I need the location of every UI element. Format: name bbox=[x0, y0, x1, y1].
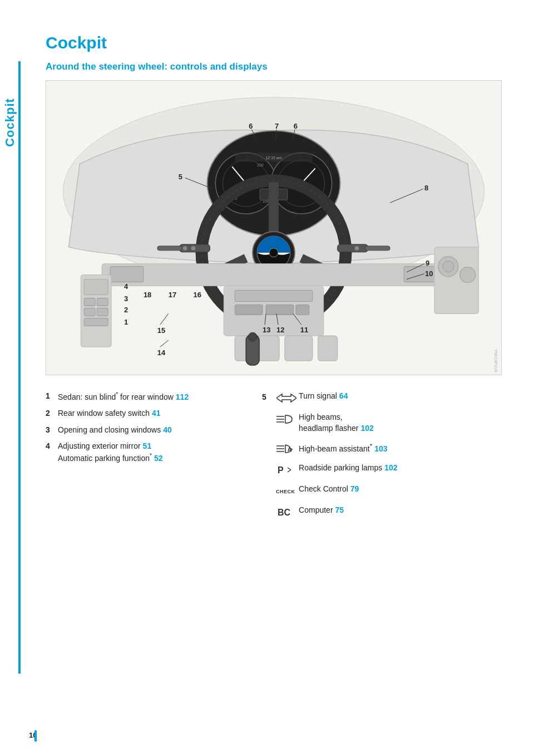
svg-text:2: 2 bbox=[124, 306, 128, 314]
svg-text:5: 5 bbox=[179, 173, 182, 181]
svg-text:7: 7 bbox=[275, 122, 279, 130]
item-description: Computer75 bbox=[299, 505, 502, 516]
item-description: Turn signal64 bbox=[299, 391, 502, 402]
section-title: Around the steering wheel: controls and … bbox=[46, 61, 512, 72]
svg-text:10: 10 bbox=[425, 269, 433, 278]
svg-rect-45 bbox=[296, 305, 309, 315]
svg-rect-39 bbox=[110, 267, 144, 282]
item-description: Rear window safety switch41 bbox=[58, 408, 245, 419]
right-list-item: BC Computer75 bbox=[262, 505, 502, 518]
svg-text:BC: BC bbox=[278, 508, 291, 517]
list-item: 2 Rear window safety switch41 bbox=[46, 408, 245, 419]
item-number: 4 bbox=[46, 441, 58, 452]
svg-point-20 bbox=[269, 248, 278, 257]
svg-point-61 bbox=[248, 332, 257, 341]
svg-text:4: 4 bbox=[124, 282, 128, 291]
svg-line-102 bbox=[288, 468, 291, 470]
item-number: 3 bbox=[46, 425, 58, 436]
svg-rect-51 bbox=[97, 308, 108, 316]
watermark: YNKC3P1US bbox=[494, 349, 498, 372]
svg-rect-47 bbox=[84, 279, 108, 295]
right-list-item: P Roadside parking lamps102 bbox=[262, 463, 502, 476]
svg-text:6: 6 bbox=[249, 122, 253, 130]
item-description: Check Control79 bbox=[299, 484, 502, 495]
svg-rect-38 bbox=[102, 264, 446, 286]
page-number-bar bbox=[34, 730, 37, 742]
cockpit-diagram: 0 100 200 134 bbox=[46, 80, 502, 375]
item-number-blank bbox=[262, 484, 274, 496]
parking-lamps-icon: P bbox=[274, 463, 299, 476]
item-number: 1 bbox=[46, 391, 58, 402]
right-list-item: 5 Turn signal64 bbox=[262, 391, 502, 404]
svg-text:18: 18 bbox=[144, 291, 151, 299]
svg-point-55 bbox=[443, 261, 454, 272]
sidebar-accent-bar bbox=[18, 61, 21, 674]
svg-text:200: 200 bbox=[257, 163, 264, 167]
svg-text:13: 13 bbox=[263, 326, 270, 334]
svg-text:P: P bbox=[278, 465, 284, 475]
svg-text:15: 15 bbox=[157, 326, 165, 335]
right-list-item: A High-beam assistant*103 bbox=[262, 441, 502, 455]
svg-rect-48 bbox=[84, 298, 95, 306]
svg-rect-44 bbox=[266, 305, 294, 315]
left-items: 1 Sedan: sun blind* for rear window112 2… bbox=[46, 389, 245, 526]
svg-text:A: A bbox=[288, 446, 291, 453]
item-number: 2 bbox=[46, 408, 58, 419]
list-item: 1 Sedan: sun blind* for rear window112 bbox=[46, 391, 245, 402]
svg-text:6: 6 bbox=[294, 122, 298, 130]
svg-marker-93 bbox=[276, 394, 296, 402]
list-item: 3 Opening and closing windows40 bbox=[46, 425, 245, 436]
check-control-icon: CHECK bbox=[274, 484, 299, 497]
svg-text:16: 16 bbox=[194, 291, 201, 299]
right-list-item: CHECK Check Control79 bbox=[262, 484, 502, 497]
sidebar-label: Cockpit bbox=[0, 67, 20, 178]
svg-text:11: 11 bbox=[300, 326, 308, 334]
right-list-item: High beams,headlamp flasher102 bbox=[262, 412, 502, 434]
svg-rect-26 bbox=[338, 244, 368, 252]
svg-point-25 bbox=[191, 246, 196, 251]
svg-text:CHECK: CHECK bbox=[276, 489, 295, 494]
svg-point-56 bbox=[460, 267, 476, 283]
svg-text:17: 17 bbox=[169, 291, 176, 299]
svg-text:8: 8 bbox=[424, 184, 428, 192]
svg-text:12:15 am: 12:15 am bbox=[265, 156, 281, 160]
svg-rect-23 bbox=[157, 246, 182, 251]
svg-rect-58 bbox=[285, 336, 313, 361]
item-description: Adjusting exterior mirror51 Automatic pa… bbox=[58, 441, 245, 464]
svg-text:1: 1 bbox=[124, 318, 128, 326]
right-items: 5 Turn signal64 bbox=[262, 389, 502, 526]
svg-line-103 bbox=[288, 470, 291, 472]
svg-rect-50 bbox=[84, 308, 95, 316]
svg-text:14: 14 bbox=[157, 348, 166, 357]
svg-rect-52 bbox=[84, 318, 108, 326]
item-number-blank bbox=[262, 412, 274, 424]
item-description: Opening and closing windows40 bbox=[58, 425, 245, 436]
turn-signal-icon bbox=[274, 391, 299, 404]
item-number-blank bbox=[262, 441, 274, 454]
bc-computer-icon: BC bbox=[274, 505, 299, 518]
item-number-blank bbox=[262, 505, 274, 517]
svg-rect-49 bbox=[97, 298, 108, 306]
page-title: Cockpit bbox=[46, 33, 512, 52]
svg-rect-43 bbox=[235, 305, 263, 315]
svg-text:3: 3 bbox=[124, 294, 128, 303]
svg-point-28 bbox=[354, 246, 359, 251]
item-description: High beams,headlamp flasher102 bbox=[299, 412, 502, 434]
item-description: High-beam assistant*103 bbox=[299, 441, 502, 454]
svg-rect-42 bbox=[235, 291, 312, 302]
highbeam-icon bbox=[274, 412, 299, 425]
svg-text:9: 9 bbox=[426, 259, 429, 267]
item-description: Sedan: sun blind* for rear window112 bbox=[58, 391, 245, 402]
svg-point-24 bbox=[183, 246, 187, 251]
item-number-5: 5 bbox=[262, 391, 274, 403]
list-item: 4 Adjusting exterior mirror51 Automatic … bbox=[46, 441, 245, 464]
bottom-section: 1 Sedan: sun blind* for rear window112 2… bbox=[46, 389, 502, 526]
highbeam-assistant-icon: A bbox=[274, 441, 299, 455]
item-number-blank bbox=[262, 463, 274, 475]
svg-text:12: 12 bbox=[276, 326, 284, 334]
item-description: Roadside parking lamps102 bbox=[299, 463, 502, 474]
svg-rect-59 bbox=[318, 336, 338, 361]
svg-rect-27 bbox=[365, 246, 390, 251]
